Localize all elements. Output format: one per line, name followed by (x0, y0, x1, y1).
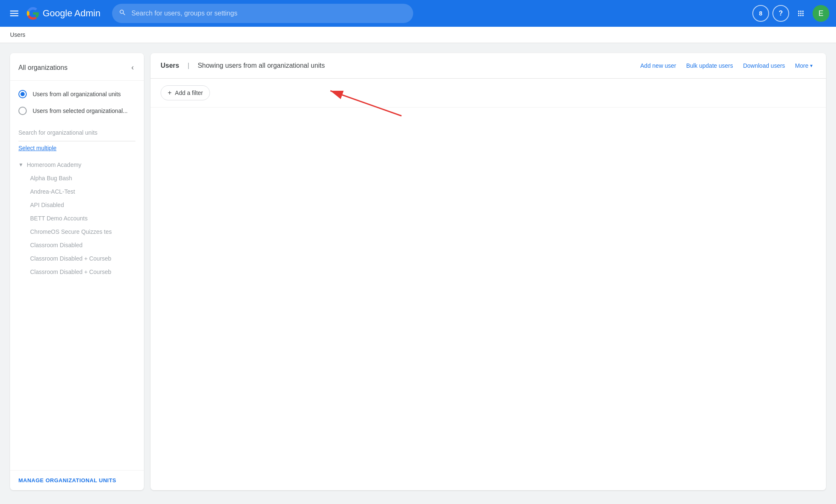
right-panel: Users | Showing users from all organizat… (151, 53, 826, 490)
search-input[interactable] (131, 10, 406, 17)
org-parent-item[interactable]: ▼ Homeroom Academy (10, 158, 144, 171)
more-label: More (795, 62, 808, 69)
support-icon: 8 (759, 10, 762, 17)
download-users-link[interactable]: Download users (740, 61, 788, 71)
panel-title-users: Users (161, 62, 179, 69)
org-filter-radio-group: Users from all organizational units User… (10, 81, 144, 124)
breadcrumb: Users (10, 31, 26, 38)
radio-label-all: Users from all organizational units (33, 91, 121, 97)
nav-right-actions: 8 ? E (752, 5, 829, 22)
list-item[interactable]: ChromeOS Secure Quizzes tes (10, 225, 144, 238)
more-dropdown-btn[interactable]: More ▾ (792, 61, 816, 71)
list-item[interactable]: BETT Demo Accounts (10, 212, 144, 225)
support-icon-btn[interactable]: 8 (752, 5, 769, 22)
radio-circle-selected (18, 107, 27, 115)
panel-actions: Add new user Bulk update users Download … (637, 61, 816, 71)
sidebar-collapse-btn[interactable]: ‹ (130, 61, 135, 74)
radio-label-selected: Users from selected organizational... (33, 107, 128, 114)
list-item[interactable]: Classroom Disabled + Courseb (10, 252, 144, 265)
radio-circle-all (18, 90, 27, 98)
list-item[interactable]: Classroom Disabled (10, 238, 144, 252)
svg-rect-2 (10, 15, 18, 16)
list-item[interactable]: Andrea-ACL-Test (10, 185, 144, 198)
parent-arrow-icon: ▼ (18, 162, 23, 168)
add-new-user-link[interactable]: Add new user (637, 61, 680, 71)
bulk-update-users-link[interactable]: Bulk update users (683, 61, 736, 71)
plus-icon: + (168, 89, 171, 97)
breadcrumb-bar: Users (0, 27, 836, 43)
app-logo[interactable]: Google Admin (27, 7, 100, 20)
select-multiple-link[interactable]: Select multiple (10, 141, 144, 158)
svg-rect-1 (10, 13, 18, 14)
help-icon: ? (779, 10, 783, 17)
panel-header: Users | Showing users from all organizat… (151, 53, 826, 79)
sidebar-title: All organizations (18, 64, 67, 72)
org-search-input[interactable] (18, 128, 135, 138)
top-nav: Google Admin 8 ? E (0, 0, 836, 27)
app-name: Google Admin (43, 8, 100, 19)
user-avatar[interactable]: E (813, 5, 829, 22)
add-filter-button[interactable]: + Add a filter (161, 85, 210, 100)
manage-org-units-link[interactable]: MANAGE ORGANIZATIONAL UNITS (10, 470, 144, 490)
help-icon-btn[interactable]: ? (772, 5, 789, 22)
list-item[interactable]: Classroom Disabled + Courseb (10, 265, 144, 279)
search-icon (119, 9, 126, 18)
panel-title-subtitle: Showing users from all organizational un… (198, 62, 325, 69)
panel-body (151, 107, 826, 490)
main-content: All organizations ‹ Users from all organ… (0, 43, 836, 500)
org-search-container[interactable] (10, 124, 144, 141)
list-item[interactable]: Alpha Bug Bash (10, 171, 144, 185)
hamburger-menu[interactable] (7, 6, 22, 21)
list-item[interactable]: API Disabled (10, 198, 144, 212)
global-search-bar[interactable] (112, 4, 413, 23)
sidebar-header: All organizations ‹ (10, 53, 144, 81)
radio-all-units[interactable]: Users from all organizational units (10, 86, 144, 102)
radio-selected-units[interactable]: Users from selected organizational... (10, 102, 144, 119)
org-parent-label: Homeroom Academy (27, 161, 82, 168)
add-filter-label: Add a filter (175, 90, 203, 96)
panel-title-pipe: | (187, 62, 189, 69)
apps-icon-btn[interactable] (793, 5, 809, 22)
chevron-down-icon: ▾ (810, 63, 813, 69)
svg-rect-0 (10, 10, 18, 11)
org-tree: ▼ Homeroom Academy Alpha Bug Bash Andrea… (10, 158, 144, 470)
sidebar: All organizations ‹ Users from all organ… (10, 53, 144, 490)
filter-bar: + Add a filter (151, 79, 826, 107)
